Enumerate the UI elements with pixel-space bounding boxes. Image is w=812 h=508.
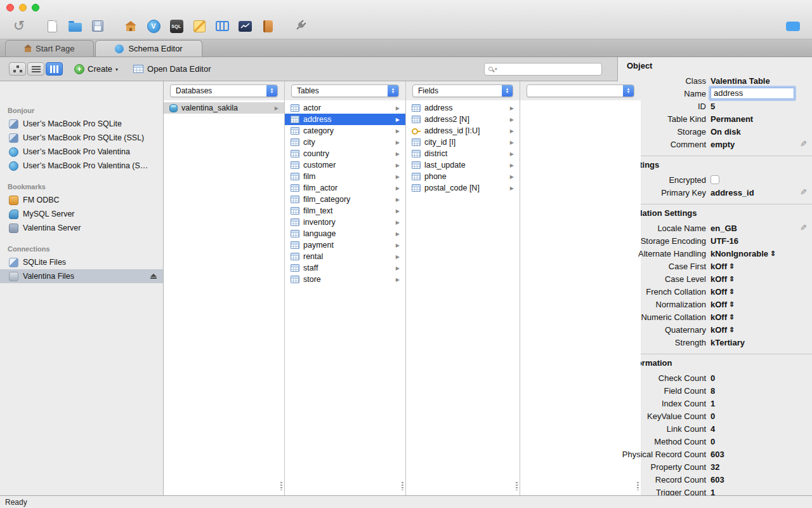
disclosure-arrow-icon[interactable]: ▶ bbox=[396, 174, 400, 180]
disclosure-arrow-icon[interactable]: ▶ bbox=[510, 128, 514, 134]
sidebar-item[interactable]: Valentina Server bbox=[0, 221, 163, 235]
table-list-item[interactable]: staff ▶ bbox=[285, 262, 405, 274]
sidebar-item[interactable]: User’s MacBook Pro SQLite bbox=[0, 117, 163, 131]
disclosure-arrow-icon[interactable]: ▶ bbox=[396, 243, 400, 248]
disclosure-arrow-icon[interactable]: ▶ bbox=[396, 105, 400, 111]
edit-pencil-icon[interactable]: ✎ bbox=[800, 223, 807, 232]
stepper-icon[interactable]: ⇕ bbox=[729, 300, 735, 309]
schema-editor-button[interactable]: V bbox=[142, 15, 165, 37]
save-button[interactable] bbox=[86, 15, 109, 37]
field-list-item[interactable]: district ▶ bbox=[406, 148, 520, 159]
name-input[interactable]: address bbox=[710, 88, 794, 99]
field-list-item[interactable]: address2 [N] ▶ bbox=[406, 114, 520, 125]
create-button[interactable]: + Create ▾ bbox=[74, 64, 118, 74]
database-list-item[interactable]: valentina_sakila ▶ bbox=[164, 102, 284, 114]
columns-view-button[interactable] bbox=[46, 62, 63, 76]
field-list-item[interactable]: city_id [I] ▶ bbox=[406, 137, 520, 148]
list-view-button[interactable] bbox=[27, 62, 44, 76]
stepper-icon[interactable]: ⇕ bbox=[729, 326, 735, 334]
disclosure-arrow-icon[interactable]: ▶ bbox=[510, 105, 514, 111]
field-list-item[interactable]: address ▶ bbox=[406, 102, 520, 114]
table-list-item[interactable]: store ▶ bbox=[285, 274, 405, 285]
disclosure-arrow-icon[interactable]: ▶ bbox=[510, 185, 514, 191]
field-list-item[interactable]: address_id [I:U] ▶ bbox=[406, 125, 520, 137]
table-list-item[interactable]: film_text ▶ bbox=[285, 205, 405, 217]
close-window-button[interactable] bbox=[6, 4, 14, 11]
table-list-item[interactable]: category ▶ bbox=[285, 125, 405, 137]
stepper-icon[interactable]: ⇕ bbox=[729, 313, 735, 321]
stepper-icon[interactable]: ⇕ bbox=[729, 275, 735, 283]
disclosure-arrow-icon[interactable]: ▶ bbox=[510, 174, 514, 180]
open-data-editor-button[interactable]: Open Data Editor bbox=[133, 64, 211, 74]
connect-button[interactable] bbox=[289, 15, 312, 37]
checkbox[interactable] bbox=[710, 175, 719, 184]
table-list-item[interactable]: language ▶ bbox=[285, 228, 405, 239]
field-list-item[interactable]: last_update ▶ bbox=[406, 159, 520, 171]
table-list-item[interactable]: actor ▶ bbox=[285, 102, 405, 114]
disclosure-arrow-icon[interactable]: ▶ bbox=[396, 197, 400, 203]
table-list-item[interactable]: customer ▶ bbox=[285, 159, 405, 171]
sidebar-item[interactable]: SQLite Files bbox=[0, 255, 163, 269]
tab-schema-editor[interactable]: Schema Editor bbox=[95, 40, 202, 57]
edit-pencil-icon[interactable]: ✎ bbox=[800, 187, 807, 197]
databases-popup[interactable]: Databases ▲▼ bbox=[170, 84, 278, 97]
table-list-item[interactable]: rental ▶ bbox=[285, 251, 405, 262]
disclosure-arrow-icon[interactable]: ▶ bbox=[396, 151, 400, 157]
disclosure-arrow-icon[interactable]: ▶ bbox=[396, 140, 400, 145]
sidebar-item[interactable]: Valentina Files bbox=[0, 269, 163, 283]
table-list-item[interactable]: address ▶ bbox=[285, 114, 405, 125]
fields-popup[interactable]: Fields ▲▼ bbox=[412, 84, 513, 97]
feedback-button[interactable] bbox=[782, 15, 804, 37]
disclosure-arrow-icon[interactable]: ▶ bbox=[396, 220, 400, 225]
diagram-button[interactable] bbox=[233, 15, 256, 37]
tables-popup[interactable]: Tables ▲▼ bbox=[291, 84, 399, 97]
disclosure-arrow-icon[interactable]: ▶ bbox=[510, 151, 514, 157]
open-button[interactable] bbox=[63, 15, 86, 37]
undo-button[interactable]: ↺ bbox=[8, 15, 30, 37]
table-list-item[interactable]: payment ▶ bbox=[285, 239, 405, 251]
disclosure-arrow-icon[interactable]: ▶ bbox=[396, 254, 400, 260]
stepper-icon[interactable]: ⇕ bbox=[729, 262, 735, 271]
eject-icon[interactable] bbox=[150, 274, 157, 279]
start-page-button[interactable] bbox=[119, 15, 142, 37]
disclosure-arrow-icon[interactable]: ▶ bbox=[396, 117, 400, 123]
data-editor-button[interactable] bbox=[211, 15, 233, 37]
table-list-item[interactable]: film_category ▶ bbox=[285, 194, 405, 205]
edit-pencil-icon[interactable]: ✎ bbox=[800, 139, 807, 149]
disclosure-arrow-icon[interactable]: ▶ bbox=[396, 163, 400, 168]
table-list-item[interactable]: inventory ▶ bbox=[285, 217, 405, 228]
inspector-row-value[interactable]: kOff bbox=[710, 300, 727, 309]
field-list-item[interactable]: postal_code [N] ▶ bbox=[406, 182, 520, 194]
inspector-row-value[interactable]: kNonIgnorable bbox=[710, 249, 768, 258]
query-builder-button[interactable] bbox=[188, 15, 211, 37]
inspector-row-value[interactable]: kOff bbox=[710, 274, 727, 284]
disclosure-arrow-icon[interactable]: ▶ bbox=[396, 231, 400, 237]
inspector-row-value[interactable]: kOff bbox=[710, 287, 727, 297]
inspector-row-value[interactable]: kOff bbox=[710, 262, 727, 271]
table-list-item[interactable]: film ▶ bbox=[285, 171, 405, 182]
table-list-item[interactable]: film_actor ▶ bbox=[285, 182, 405, 194]
zoom-window-button[interactable] bbox=[32, 4, 39, 11]
sidebar-item[interactable]: User’s MacBook Pro Valentina (S… bbox=[0, 159, 163, 173]
disclosure-arrow-icon[interactable]: ▶ bbox=[396, 277, 400, 283]
disclosure-arrow-icon[interactable]: ▶ bbox=[275, 105, 278, 111]
sidebar-item[interactable]: FM ODBC bbox=[0, 193, 163, 207]
tab-start-page[interactable]: Start Page bbox=[5, 40, 94, 57]
sidebar-item[interactable]: User’s MacBook Pro Valentina bbox=[0, 145, 163, 159]
sidebar-item[interactable]: User’s MacBook Pro SQLite (SSL) bbox=[0, 131, 163, 145]
disclosure-arrow-icon[interactable]: ▶ bbox=[510, 117, 514, 123]
sidebar-item[interactable]: MySQL Server bbox=[0, 207, 163, 221]
minimize-window-button[interactable] bbox=[19, 4, 27, 11]
inspector-row-value[interactable]: kOff bbox=[710, 325, 727, 335]
stepper-icon[interactable]: ⇕ bbox=[770, 250, 776, 258]
disclosure-arrow-icon[interactable]: ▶ bbox=[396, 265, 400, 271]
disclosure-arrow-icon[interactable]: ▶ bbox=[510, 163, 514, 168]
disclosure-arrow-icon[interactable]: ▶ bbox=[396, 185, 400, 191]
table-list-item[interactable]: city ▶ bbox=[285, 137, 405, 148]
disclosure-arrow-icon[interactable]: ▶ bbox=[396, 208, 400, 214]
search-field[interactable]: ▾ bbox=[484, 63, 602, 76]
inspector-row-value[interactable]: kOff bbox=[710, 312, 727, 322]
report-button[interactable] bbox=[256, 15, 279, 37]
field-list-item[interactable]: phone ▶ bbox=[406, 171, 520, 182]
search-input[interactable] bbox=[499, 65, 598, 74]
